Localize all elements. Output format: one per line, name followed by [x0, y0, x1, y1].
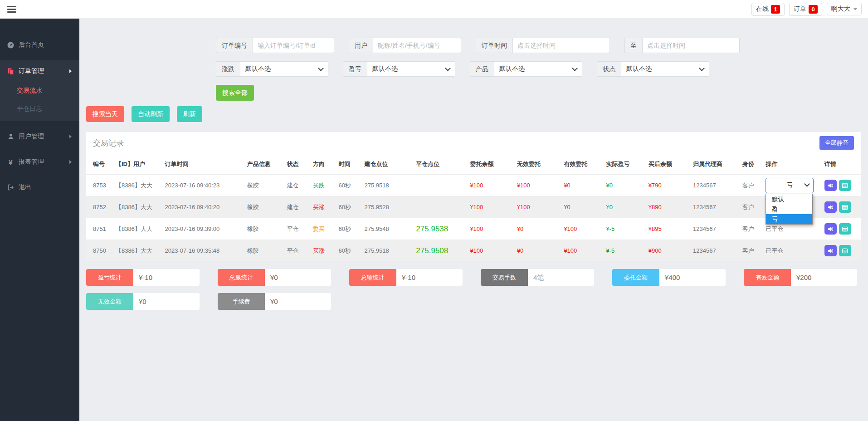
- order-no-input[interactable]: [253, 38, 334, 53]
- stat-label: 总赢统计: [218, 269, 265, 286]
- search-all-button[interactable]: 搜索全部: [216, 85, 254, 101]
- row-identity: 客户: [739, 240, 762, 262]
- menu-toggle-icon[interactable]: [6, 4, 17, 15]
- detail-button[interactable]: [839, 180, 851, 191]
- detail-button[interactable]: [839, 245, 851, 256]
- row-direction: 买跌: [309, 175, 335, 196]
- row-id: 8751: [86, 218, 112, 240]
- stat-label: 无效金额: [86, 293, 133, 310]
- row-identity: 客户: [739, 196, 762, 218]
- sidebar-item-label: 报表管理: [19, 158, 44, 166]
- col-duration: 时间: [335, 154, 361, 175]
- row-balance-after-value: ¥895: [649, 225, 662, 232]
- sound-button[interactable]: [824, 201, 837, 213]
- auto-refresh-button[interactable]: 自动刷新: [132, 106, 170, 122]
- order-time-end-input[interactable]: [642, 38, 740, 53]
- row-detail: [821, 175, 861, 196]
- filter-product: 产品 默认不选: [470, 61, 582, 77]
- sidebar-item-label: 退出: [19, 183, 31, 191]
- dropdown-option[interactable]: 盈: [766, 204, 812, 214]
- row-balance-after-value: ¥900: [649, 247, 662, 254]
- row-balance-after: ¥900: [645, 240, 689, 262]
- row-balance-after: ¥895: [645, 218, 689, 240]
- trade-table: 编号 【ID】用户 订单时间 产品信息 状态 方向 时间 建仓点位 平仓点位 委…: [86, 154, 861, 262]
- table-row: 8751【8386】大大2023-07-16 09:39:00橡胶平仓委买60秒…: [86, 218, 861, 240]
- row-agent: 1234567: [689, 240, 739, 262]
- detail-card-icon: [842, 182, 848, 189]
- row-operation: 亏默认盈亏: [762, 175, 820, 196]
- row-direction: 买涨: [309, 196, 335, 218]
- dropdown-option[interactable]: 默认: [766, 194, 812, 204]
- order-time-start-input[interactable]: [512, 38, 610, 53]
- row-user: 【8386】大大: [112, 175, 161, 196]
- col-agent: 归属代理商: [689, 154, 739, 175]
- row-invalid-entrust: ¥0: [513, 218, 561, 240]
- col-valid-entrust: 有效委托: [560, 154, 602, 175]
- row-agent: 1234567: [689, 196, 739, 218]
- row-operation: 已平仓: [762, 240, 820, 262]
- stat-label: 交易手数: [481, 269, 528, 286]
- dropdown-option[interactable]: 亏: [766, 214, 812, 224]
- table-row: 8750【8386】大大2023-07-16 09:35:48橡胶平仓买涨60秒…: [86, 240, 861, 262]
- online-counter[interactable]: 在线 1: [751, 3, 785, 16]
- row-agent: 1234567: [689, 218, 739, 240]
- user-input[interactable]: [373, 38, 461, 53]
- sidebar-item-trade-flow[interactable]: 交易流水: [0, 81, 79, 99]
- sidebar-item-dashboard[interactable]: 后台首页: [0, 35, 79, 55]
- sidebar-item-order-management[interactable]: 订单管理: [0, 61, 79, 81]
- row-valid-entrust-value: ¥0: [564, 182, 570, 189]
- sidebar-item-user-management[interactable]: 用户管理: [0, 127, 79, 147]
- operation-select[interactable]: 亏: [766, 178, 814, 193]
- chevron-down-icon: [445, 65, 451, 71]
- close-point-value: 275.9538: [416, 225, 448, 233]
- row-direction: 委买: [309, 218, 335, 240]
- row-product: 橡胶: [244, 218, 283, 240]
- stat-label: 委托金额: [612, 269, 659, 286]
- operation-dropdown: 默认盈亏: [766, 194, 813, 225]
- updown-select[interactable]: 默认不选: [240, 61, 328, 77]
- user-menu[interactable]: 啊大大: [827, 3, 862, 15]
- detail-button[interactable]: [839, 201, 851, 213]
- refresh-button[interactable]: 刷新: [177, 106, 202, 122]
- sidebar-item-report-management[interactable]: ¥ 报表管理: [0, 152, 79, 172]
- detail-card-icon: [842, 226, 848, 232]
- profit-select-value: 默认不选: [372, 65, 398, 73]
- topbar: 在线 1 订单 0 啊大大: [0, 0, 868, 19]
- row-status: 建仓: [283, 196, 309, 218]
- sound-button[interactable]: [824, 180, 837, 191]
- direction-value: 买涨: [313, 247, 325, 254]
- speaker-icon: [827, 204, 834, 210]
- direction-value: 委买: [313, 225, 325, 232]
- row-invalid-entrust-value: ¥100: [517, 204, 530, 210]
- filter-profit-label: 盈亏: [343, 61, 367, 77]
- filter-to-label: 至: [624, 38, 642, 53]
- sound-button[interactable]: [824, 245, 837, 256]
- stat-valid-amount: 有效金额¥200: [744, 269, 857, 286]
- profit-select[interactable]: 默认不选: [367, 61, 455, 77]
- row-actual-pl-value: ¥0: [606, 182, 613, 189]
- mute-all-button[interactable]: 全部静音: [819, 136, 854, 150]
- col-id: 编号: [86, 154, 112, 175]
- detail-button[interactable]: [839, 223, 851, 235]
- product-select[interactable]: 默认不选: [494, 61, 582, 77]
- row-valid-entrust: ¥0: [560, 175, 602, 196]
- sidebar-item-close-log[interactable]: 平仓日志: [0, 99, 79, 117]
- row-product: 橡胶: [244, 240, 283, 262]
- stat-value: ¥400: [659, 269, 726, 286]
- row-detail: [821, 240, 861, 262]
- row-invalid-entrust: ¥100: [513, 196, 561, 218]
- row-duration: 60秒: [335, 218, 361, 240]
- sound-button[interactable]: [824, 223, 837, 235]
- stat-label: 有效金额: [744, 269, 791, 286]
- row-actual-pl: ¥0: [603, 175, 645, 196]
- row-valid-entrust-value: ¥100: [564, 247, 577, 254]
- sidebar-item-logout[interactable]: 退出: [0, 177, 79, 197]
- row-balance-after: ¥790: [645, 175, 689, 196]
- search-today-button[interactable]: 搜索当天: [86, 106, 124, 122]
- stat-invalid-amount: 无效金额¥0: [86, 293, 200, 310]
- close-point-value: 275.9508: [416, 246, 448, 255]
- chevron-down-icon: [805, 181, 810, 187]
- col-identity: 身份: [739, 154, 762, 175]
- status-select[interactable]: 默认不选: [621, 61, 709, 77]
- orders-counter[interactable]: 订单 0: [789, 3, 822, 16]
